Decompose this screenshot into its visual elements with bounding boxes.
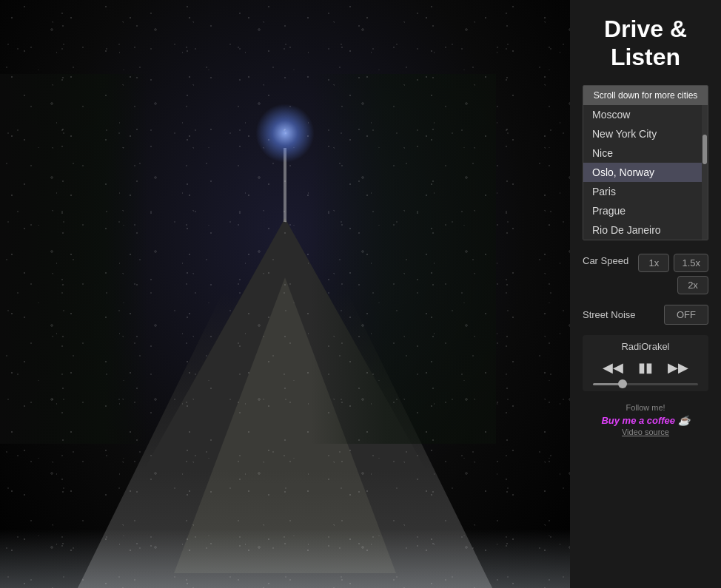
radio-next-button[interactable]: ▶▶ xyxy=(666,358,690,377)
app-title: Drive &Listen xyxy=(604,15,687,72)
video-source-link[interactable]: Video source xyxy=(601,428,689,436)
city-item-rio[interactable]: Rio De Janeiro xyxy=(583,220,702,240)
speed-2x-button[interactable]: 2x xyxy=(677,276,708,294)
city-item-paris[interactable]: Paris xyxy=(583,182,702,201)
city-list-area: Moscow New York City Nice Oslo, Norway P… xyxy=(583,105,708,240)
radio-pause-button[interactable]: ▮▮ xyxy=(637,358,654,377)
follow-section: Follow me! Buy me a coffee ☕ Video sourc… xyxy=(601,403,689,436)
buy-coffee-link[interactable]: Buy me a coffee ☕ xyxy=(601,415,689,426)
sidebar: Drive &Listen Scroll down for more citie… xyxy=(570,0,721,588)
radio-prev-button[interactable]: ◀◀ xyxy=(601,358,625,377)
radio-controls: ◀◀ ▮▮ ▶▶ xyxy=(590,358,701,377)
city-item-nice[interactable]: Nice xyxy=(583,143,702,163)
radio-section: RadiOrakel ◀◀ ▮▮ ▶▶ xyxy=(583,335,708,391)
radio-name: RadiOrakel xyxy=(590,341,701,352)
city-list: Moscow New York City Nice Oslo, Norway P… xyxy=(583,105,702,240)
volume-thumb xyxy=(618,379,627,388)
volume-slider-container xyxy=(590,383,701,385)
street-noise-button[interactable]: OFF xyxy=(664,305,708,325)
follow-label: Follow me! xyxy=(601,403,689,412)
city-item-oslo[interactable]: Oslo, Norway xyxy=(583,163,702,182)
dropdown-header: Scroll down for more cities xyxy=(583,86,708,105)
speed-buttons-top: 1x 1.5x xyxy=(638,254,708,272)
volume-slider[interactable] xyxy=(593,383,698,385)
video-area xyxy=(0,0,570,588)
street-noise-label: Street Noise xyxy=(583,309,636,320)
speed-row-top: Car Speed 1x 1.5x xyxy=(583,254,708,272)
city-item-prague[interactable]: Prague xyxy=(583,201,702,220)
scrollbar-thumb xyxy=(702,135,707,164)
city-item-moscow[interactable]: Moscow xyxy=(583,105,702,124)
dropdown-scrollbar[interactable] xyxy=(702,105,708,240)
speed-1-5x-button[interactable]: 1.5x xyxy=(674,254,708,272)
speed-1x-button[interactable]: 1x xyxy=(638,254,669,272)
street-noise-section: Street Noise OFF xyxy=(583,305,708,325)
car-speed-label: Car Speed xyxy=(583,255,628,266)
snow-overlay xyxy=(0,0,570,588)
speed-row-2x: 2x xyxy=(583,276,708,294)
car-speed-section: Car Speed 1x 1.5x 2x xyxy=(583,254,708,294)
coffee-icon: ☕ xyxy=(678,415,690,426)
city-item-newyork[interactable]: New York City xyxy=(583,124,702,143)
buy-coffee-text: Buy me a coffee xyxy=(601,415,674,426)
city-dropdown[interactable]: Scroll down for more cities Moscow New Y… xyxy=(583,85,708,240)
road-background xyxy=(0,0,570,588)
